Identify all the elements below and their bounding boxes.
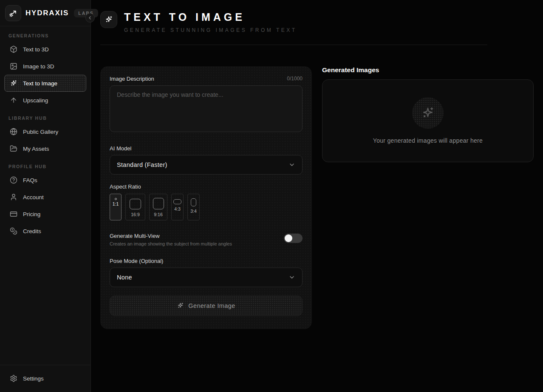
sidebar-item-label: Image to 3D <box>23 63 54 70</box>
brand-logo[interactable] <box>5 5 21 21</box>
toggle-knob <box>285 234 292 242</box>
generated-images-panel: Generated Images Your generated images w… <box>322 66 534 329</box>
results-title: Generated Images <box>322 66 534 74</box>
sparkles-icon <box>421 106 435 120</box>
aspect-ratio-1-1[interactable]: 1:1 <box>110 194 122 220</box>
pose-mode-label: Pose Mode (Optional) <box>110 258 303 264</box>
content-area: Image Description 0/1000 AI Model Standa… <box>91 45 543 329</box>
sidebar-item-label: Settings <box>23 375 44 382</box>
section-label-library-hub: LIBRARY HUB <box>8 116 82 121</box>
chevron-down-icon <box>288 274 295 281</box>
sidebar-item-text-to-image[interactable]: Text to Image <box>4 75 86 92</box>
ratio-shape-16-9 <box>130 199 141 209</box>
sidebar-item-label: My Assets <box>23 146 49 152</box>
page-header: TEXT TO IMAGE GENERATE STUNNING IMAGES F… <box>91 0 543 33</box>
description-input[interactable] <box>110 85 303 132</box>
page-title: TEXT TO IMAGE <box>124 11 297 23</box>
multiview-text-block: Generate Multi-View Creates an image sho… <box>110 233 232 246</box>
multiview-toggle[interactable] <box>284 234 303 243</box>
sidebar-item-label: Account <box>23 194 44 200</box>
user-icon <box>10 193 17 201</box>
gear-icon <box>10 375 17 382</box>
page-icon <box>100 11 117 28</box>
aspect-ratio-16-9[interactable]: 16:9 <box>125 194 145 220</box>
sidebar-item-label: Text to 3D <box>23 46 49 53</box>
empty-state-text: Your generated images will appear here <box>373 137 483 144</box>
sidebar-collapse-button[interactable] <box>85 13 95 23</box>
multiview-label: Generate Multi-View <box>110 233 232 239</box>
results-empty-card: Your generated images will appear here <box>322 79 534 162</box>
multiview-description: Creates an image showing the subject fro… <box>110 241 232 246</box>
sidebar-item-label: Public Gallery <box>23 129 58 135</box>
sidebar-item-text-to-3d[interactable]: Text to 3D <box>4 41 86 58</box>
ratio-label: 1:1 <box>113 201 119 206</box>
sidebar: HYDRAXIS LABS GENERATIONS Text to 3D Ima… <box>0 0 91 392</box>
credit-card-icon <box>10 210 17 218</box>
coins-icon <box>10 227 17 235</box>
sidebar-item-label: Upscaling <box>23 97 48 104</box>
sidebar-item-pricing[interactable]: Pricing <box>4 206 86 223</box>
multiview-row: Generate Multi-View Creates an image sho… <box>110 233 303 246</box>
aspect-ratio-group: 1:1 16:9 9:16 4:3 3:4 <box>110 194 303 220</box>
ratio-label: 3:4 <box>190 209 197 214</box>
aspect-ratio-4-3[interactable]: 4:3 <box>171 194 184 220</box>
page-subtitle: GENERATE STUNNING IMAGES FROM TEXT <box>124 27 297 33</box>
page-heading-block: TEXT TO IMAGE GENERATE STUNNING IMAGES F… <box>124 11 297 33</box>
globe-icon <box>10 128 17 135</box>
empty-state-circle <box>412 97 444 129</box>
sidebar-item-upscaling[interactable]: Upscaling <box>4 92 86 109</box>
sidebar-item-my-assets[interactable]: My Assets <box>4 140 86 157</box>
generate-button-label: Generate Image <box>188 302 235 309</box>
pose-mode-select[interactable]: None <box>110 268 303 287</box>
generate-image-button[interactable]: Generate Image <box>110 296 303 316</box>
sidebar-item-faqs[interactable]: FAQs <box>4 172 86 189</box>
aspect-ratio-label: Aspect Ratio <box>110 183 303 190</box>
model-label: AI Model <box>110 145 303 152</box>
model-select[interactable]: Standard (Faster) <box>110 155 303 175</box>
sidebar-item-credits[interactable]: Credits <box>4 223 86 240</box>
sidebar-item-label: Credits <box>23 228 41 234</box>
comet-arrow-icon <box>8 8 18 18</box>
main-content: TEXT TO IMAGE GENERATE STUNNING IMAGES F… <box>91 0 543 392</box>
ratio-label: 9:16 <box>154 212 162 217</box>
ratio-label: 4:3 <box>174 206 181 212</box>
aspect-ratio-3-4[interactable]: 3:4 <box>187 194 200 220</box>
ratio-label: 16:9 <box>131 212 139 217</box>
help-circle-icon <box>10 176 17 184</box>
sparkles-icon <box>177 302 184 309</box>
section-label-profile-hub: PROFILE HUB <box>8 164 82 169</box>
ratio-shape-1-1 <box>115 198 117 200</box>
section-label-generations: GENERATIONS <box>8 33 82 38</box>
sidebar-item-account[interactable]: Account <box>4 189 86 206</box>
ratio-shape-3-4 <box>191 198 196 206</box>
model-selected-value: Standard (Faster) <box>117 161 167 168</box>
description-label: Image Description <box>110 76 154 82</box>
chevron-left-icon <box>88 15 93 20</box>
sidebar-nav: GENERATIONS Text to 3D Image to 3D Text … <box>0 26 90 240</box>
character-counter: 0/1000 <box>287 76 303 82</box>
sidebar-item-label: Text to Image <box>23 80 57 87</box>
sparkles-icon <box>105 15 113 24</box>
generation-form-panel: Image Description 0/1000 AI Model Standa… <box>100 66 312 329</box>
sparkles-icon <box>10 79 17 87</box>
sidebar-item-label: Pricing <box>23 211 40 217</box>
image-icon <box>10 62 17 70</box>
brand-header: HYDRAXIS LABS <box>0 0 90 26</box>
ratio-shape-9-16 <box>153 198 164 209</box>
cube-icon <box>10 45 17 53</box>
brand-name: HYDRAXIS <box>25 9 69 17</box>
sidebar-item-label: FAQs <box>23 177 37 183</box>
chevron-down-icon <box>288 161 295 168</box>
sidebar-item-public-gallery[interactable]: Public Gallery <box>4 123 86 140</box>
ratio-shape-4-3 <box>173 199 181 204</box>
sidebar-footer: Settings <box>0 365 90 392</box>
folder-open-icon <box>10 145 17 152</box>
pose-selected-value: None <box>117 274 132 281</box>
sidebar-item-image-to-3d[interactable]: Image to 3D <box>4 58 86 75</box>
arrow-up-icon <box>10 96 17 104</box>
aspect-ratio-9-16[interactable]: 9:16 <box>149 194 167 220</box>
sidebar-item-settings[interactable]: Settings <box>4 370 86 387</box>
